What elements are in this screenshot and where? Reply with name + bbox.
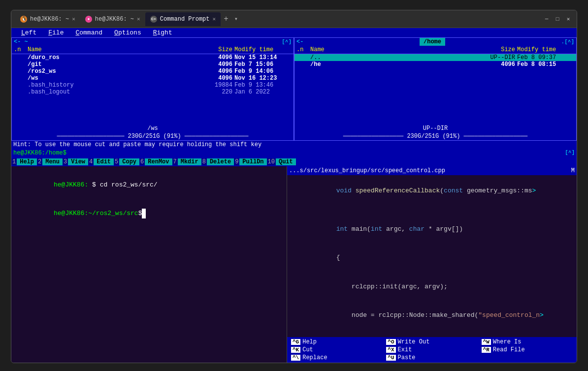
fn-view[interactable]: 3View xyxy=(63,157,88,166)
menu-left[interactable]: Left xyxy=(15,29,42,36)
menu-right[interactable]: Right xyxy=(147,29,178,36)
fn-copy[interactable]: 5Copy xyxy=(114,157,139,166)
left-file-duro_ros[interactable]: /duro_ros 4096 Nov 15 13:14 xyxy=(12,54,294,61)
cmd-icon: C> xyxy=(150,16,157,23)
right-panel-disk: ───────────────── 230G/251G (91%) ──────… xyxy=(294,132,576,140)
tab-label-3: Command Prompt xyxy=(160,16,210,23)
nano-modified: M xyxy=(571,167,575,174)
tab-label-1: he@JKK86: ~ xyxy=(30,16,69,23)
fn-delete[interactable]: 8Delete xyxy=(201,157,234,166)
tab-dropdown[interactable]: ▾ xyxy=(231,15,241,23)
ubuntu-icon: ● xyxy=(85,16,92,23)
right-title-right: .[^] xyxy=(561,39,574,45)
fn-mkdir[interactable]: 7Mkdir xyxy=(172,157,201,166)
right-title-left: <- xyxy=(296,38,303,45)
close-button[interactable]: ✕ xyxy=(564,15,573,24)
left-header-modify: Modify time xyxy=(232,46,292,53)
nano-cmd-where[interactable]: ^W Where Is xyxy=(480,338,575,346)
right-header-modify: Modify time xyxy=(515,46,574,53)
left-file-bash_logout[interactable]: .bash_logout 220 Jan 6 2022 xyxy=(12,89,294,95)
nano-cmd-cut[interactable]: ^K Cut xyxy=(289,346,384,354)
terminal-pane[interactable]: he@JKK86: $ cd ros2_ws/src/ he@JKK86:~/r… xyxy=(11,166,287,363)
main-window: 🐧 he@JKK86: ~ ✕ ● he@JKK86: ~ ✕ C> Comma… xyxy=(11,10,577,363)
tab-close-1[interactable]: ✕ xyxy=(72,16,75,22)
mc-right-panel: <- /home .[^] .n Name Size Modify time xyxy=(294,37,577,141)
nano-content[interactable]: void speedReferenceCallback(const geomet… xyxy=(287,175,577,337)
nano-cmd-help[interactable]: ^G Help xyxy=(289,338,384,346)
right-header-name: Name xyxy=(310,46,481,53)
left-panel-current: /ws xyxy=(12,124,294,132)
bottom-area: he@JKK86: $ cd ros2_ws/src/ he@JKK86:~/r… xyxy=(11,166,577,363)
fn-pulldn[interactable]: 9PullDn xyxy=(234,157,266,166)
menu-options[interactable]: Options xyxy=(108,29,147,36)
title-bar: 🐧 he@JKK86: ~ ✕ ● he@JKK86: ~ ✕ C> Comma… xyxy=(11,10,577,28)
left-panel-title: <- ~ [^] xyxy=(12,38,294,46)
right-file-he[interactable]: /he 4096 Feb 8 08:15 xyxy=(294,61,576,68)
terminal-line-1: he@JKK86: $ cd ros2_ws/src/ xyxy=(15,170,283,199)
tabs-bar: 🐧 he@JKK86: ~ ✕ ● he@JKK86: ~ ✕ C> Comma… xyxy=(15,12,542,26)
right-panel-path: /home xyxy=(420,38,445,46)
nano-filename: ...s/src/lexus_bringup/src/speed_control… xyxy=(289,167,445,174)
mc-input-bar: he@JKK86:/home$ [^] xyxy=(11,149,577,157)
menu-command[interactable]: Command xyxy=(69,29,108,36)
nano-cmd-exit[interactable]: ^X Exit xyxy=(384,346,479,354)
left-title-left: <- ~ xyxy=(14,38,28,45)
menu-file[interactable]: File xyxy=(42,29,69,36)
minimize-button[interactable]: ─ xyxy=(542,15,551,24)
code-line-2: int main(int argc, char * argv[]) xyxy=(290,215,574,244)
nano-cmd-paste[interactable]: ^U Paste xyxy=(384,354,479,362)
mc-area: Left File Command Options Right <- ~ [^]… xyxy=(11,28,577,166)
tab-linux[interactable]: 🐧 he@JKK86: ~ ✕ xyxy=(15,12,80,26)
code-line-5: node = rclcpp::Node::make_shared("speed_… xyxy=(290,301,574,330)
left-file-ros2_ws[interactable]: /ros2_ws 4096 Feb 9 14:06 xyxy=(12,68,294,75)
code-line-6: auto sub_current_speed = node->create_su… xyxy=(290,330,574,337)
left-file-bash_history[interactable]: .bash_history 19884 Feb 9 13:46 xyxy=(12,82,294,89)
mc-prompt: he@JKK86:/home$ xyxy=(13,150,565,156)
mc-scroll-indicator: [^] xyxy=(565,150,575,156)
terminal-main: Left File Command Options Right <- ~ [^]… xyxy=(11,28,577,363)
left-header-n: .n xyxy=(14,46,28,53)
nano-cmd-write[interactable]: ^O Write Out xyxy=(384,338,479,346)
tab-close-3[interactable]: ✕ xyxy=(213,16,216,22)
right-file-dotdot[interactable]: /.. UP--DIR Feb 8 09:37 xyxy=(294,54,576,61)
mc-prompt-text: he@JKK86:/home$ xyxy=(13,150,66,156)
fn-help[interactable]: 1Help xyxy=(11,157,37,166)
right-panel-title: <- /home .[^] xyxy=(294,38,576,46)
terminal-cmd-1: $ cd ros2_ws/src/ xyxy=(88,181,157,188)
right-header-size: Size xyxy=(481,46,515,53)
nano-cmd-read[interactable]: ^R Read File xyxy=(480,346,575,354)
fn-edit[interactable]: 4Edit xyxy=(88,157,114,166)
nano-cmd-replace[interactable]: ^\ Replace xyxy=(289,354,384,362)
mc-left-panel: <- ~ [^] .n Name Size Modify time /duro_… xyxy=(11,37,294,141)
linux-icon: 🐧 xyxy=(20,16,27,23)
mc-panels: <- ~ [^] .n Name Size Modify time /duro_… xyxy=(11,37,577,141)
nano-title-bar: ...s/src/lexus_bringup/src/speed_control… xyxy=(287,166,577,175)
maximize-button[interactable]: □ xyxy=(553,15,562,24)
left-file-ws[interactable]: /ws 4096 Nov 16 12:23 xyxy=(12,75,294,82)
nano-footer: ^G Help ^O Write Out ^W Where Is ^K Cut xyxy=(287,337,577,363)
tab-close-2[interactable]: ✕ xyxy=(137,16,140,22)
terminal-line-2: he@JKK86:~/ros2_ws/src$ xyxy=(15,199,283,228)
right-panel-header: .n Name Size Modify time xyxy=(294,46,576,54)
tab-ubuntu[interactable]: ● he@JKK86: ~ ✕ xyxy=(80,12,145,26)
left-panel-header: .n Name Size Modify time xyxy=(12,46,294,54)
tab-cmd[interactable]: C> Command Prompt ✕ xyxy=(145,12,221,26)
mc-hint: Hint: To use the mouse cut and paste may… xyxy=(11,141,577,149)
mc-fn-bar: 1Help 2Menu 3View 4Edit 5Copy 6RenMov xyxy=(11,157,577,166)
terminal-prompt-2: he@JKK86:~/ros2_ws/src xyxy=(54,210,138,217)
code-line-3: { xyxy=(290,244,574,273)
left-panel-disk: ─────────────────── 230G/251G (91%) ────… xyxy=(12,132,294,140)
left-file-git[interactable]: /git 4096 Feb 7 15:06 xyxy=(12,61,294,68)
terminal-cursor: $ xyxy=(138,210,142,217)
right-panel-current: UP--DIR xyxy=(294,124,576,132)
tab-label-2: he@JKK86: ~ xyxy=(95,16,134,23)
new-tab-button[interactable]: + xyxy=(221,15,231,24)
fn-renmov[interactable]: 6RenMov xyxy=(139,157,172,166)
fn-quit[interactable]: 10Quit xyxy=(267,157,296,166)
fn-menu[interactable]: 2Menu xyxy=(37,157,63,166)
terminal-prompt-1: he@JKK86: xyxy=(54,181,88,188)
left-header-size: Size xyxy=(198,46,232,53)
code-line-blank xyxy=(290,205,574,215)
window-controls: ─ □ ✕ xyxy=(542,15,573,24)
mc-menu-bar: Left File Command Options Right xyxy=(11,28,577,37)
